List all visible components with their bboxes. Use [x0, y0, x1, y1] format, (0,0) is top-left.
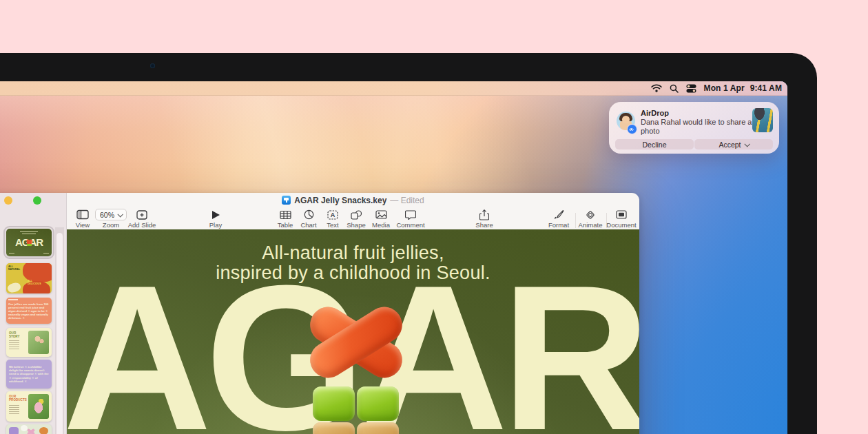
notification-message: Dana Rahal would like to share a photo — [641, 118, 756, 135]
marketing-canvas: { "colors": { "background_pink": "#ffdcd… — [0, 0, 868, 434]
control-center-icon[interactable] — [686, 84, 696, 93]
toolbar: View 60% Zoom Add Slide Play Table — [67, 207, 639, 229]
navigator-scrollbar-thumb[interactable] — [56, 233, 63, 434]
animate-icon — [585, 209, 596, 220]
chart-icon — [304, 209, 314, 220]
comment-button[interactable]: Comment — [393, 209, 428, 229]
jelly-amber-cubes — [313, 422, 399, 434]
thumbnail-photo — [28, 394, 49, 419]
slide-thumbnail-4[interactable]: OUR STORY 4 — [6, 328, 52, 357]
jelly-stack-graphic[interactable] — [298, 296, 414, 434]
add-slide-icon — [136, 209, 147, 220]
document-button[interactable]: Document — [603, 209, 639, 229]
slide-thumbnail-5[interactable]: We believe ✳ a childlike delight for swe… — [6, 360, 52, 389]
format-brush-icon — [553, 209, 564, 220]
document-icon — [616, 209, 627, 220]
display-camera — [150, 63, 155, 68]
shared-photo-thumbnail — [752, 108, 773, 132]
format-button[interactable]: Format — [541, 209, 577, 229]
slide-canvas[interactable]: All-natural fruit jellies, inspired by a… — [67, 229, 639, 434]
svg-text:A: A — [331, 211, 335, 218]
minimize-button[interactable] — [4, 196, 12, 205]
wifi-icon[interactable] — [651, 84, 662, 92]
play-button[interactable]: Play — [198, 209, 234, 229]
window-titlebar: AGAR Jelly Snacks.key — Edited — [67, 193, 639, 207]
menu-bar-date[interactable]: Mon 1 Apr — [704, 83, 745, 93]
keynote-window: AGAR 1 ALLNATURAL ALLDELICIOUS 2 Our jel… — [0, 193, 639, 434]
text-icon: A — [327, 209, 338, 220]
display-screen: Mon 1 Apr 9:41 AM AirDrop Dana Rahal wou… — [0, 81, 787, 434]
chevron-down-icon — [744, 141, 750, 147]
slide-thumbnail-6[interactable]: OUR PRODUCTS 6 — [6, 391, 52, 422]
jelly-x-shape — [308, 296, 404, 389]
window-main: AGAR Jelly Snacks.key — Edited View 60% … — [67, 193, 639, 434]
airdrop-notification[interactable]: AirDrop Dana Rahal would like to share a… — [609, 102, 779, 154]
menu-bar-clock[interactable]: 9:41 AM — [750, 83, 782, 93]
comment-icon — [405, 209, 416, 220]
shape-icon — [351, 209, 362, 220]
play-icon — [212, 209, 220, 220]
slide-thumbnail-1[interactable]: AGAR 1 — [6, 229, 52, 256]
spotlight-search-icon[interactable] — [670, 84, 679, 93]
chevron-down-icon — [117, 211, 123, 217]
media-icon — [375, 209, 387, 220]
thumbnail-photo — [28, 331, 49, 354]
menu-bar: Mon 1 Apr 9:41 AM — [0, 81, 787, 96]
zoom-window-button[interactable] — [33, 196, 41, 205]
edited-status: — Edited — [390, 196, 424, 205]
table-icon — [280, 209, 291, 220]
sidebar-view-icon — [76, 209, 89, 220]
share-button[interactable]: Share — [466, 209, 502, 229]
share-icon — [479, 209, 489, 220]
jelly-green-cubes — [313, 386, 399, 421]
slide-thumbnail-7[interactable]: 7 — [6, 424, 52, 434]
accept-button[interactable]: Accept — [694, 139, 773, 149]
notification-title: AirDrop — [641, 109, 669, 117]
decline-button[interactable]: Decline — [615, 139, 694, 149]
keynote-doc-icon — [282, 196, 291, 205]
add-slide-button[interactable]: Add Slide — [124, 209, 160, 229]
slide-navigator: AGAR 1 ALLNATURAL ALLDELICIOUS 2 Our jel… — [0, 193, 67, 434]
airdrop-badge-icon — [627, 124, 637, 134]
window-title: AGAR Jelly Snacks.key — [294, 196, 386, 205]
slide-thumbnail-3[interactable]: Our jellies are made from 100 percent re… — [6, 298, 52, 324]
slide-thumbnail-2[interactable]: ALLNATURAL ALLDELICIOUS 2 — [6, 263, 52, 293]
